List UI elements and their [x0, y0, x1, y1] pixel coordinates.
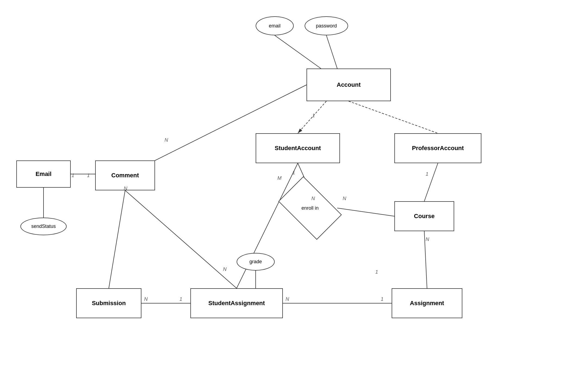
assignment-entity: Assignment: [392, 288, 462, 318]
card-n-enroll-course: N: [343, 196, 346, 202]
card-1-comment: 1: [87, 173, 90, 178]
email-entity: Email: [16, 160, 71, 188]
card-1-studentaccount-down: 1: [292, 170, 295, 176]
grade-ellipse: grade: [237, 253, 275, 271]
card-1-email: 1: [72, 173, 74, 178]
card-n-course-assignment: N: [426, 237, 429, 242]
er-diagram: Account StudentAccount ProfessorAccount …: [0, 0, 588, 384]
svg-line-1: [326, 35, 337, 69]
enroll-in-diamond: enroll in: [283, 190, 337, 226]
professor-account-entity: ProfessorAccount: [394, 133, 481, 163]
card-n-comment-submission: N: [124, 186, 127, 191]
svg-line-10: [237, 163, 298, 288]
send-status-ellipse: sendStatus: [20, 218, 67, 235]
card-n-studentassignment-right: N: [286, 296, 289, 302]
svg-line-3: [349, 101, 438, 133]
student-account-entity: StudentAccount: [256, 133, 340, 163]
card-n-comment-account: N: [165, 137, 168, 143]
card-1-prof-course: 1: [426, 171, 428, 177]
submission-entity: Submission: [76, 288, 141, 318]
card-n-submission: N: [144, 296, 148, 302]
card-1-assignment-left: 1: [381, 296, 383, 302]
card-account-student: 1: [312, 113, 315, 119]
account-entity: Account: [307, 69, 391, 101]
card-1-assignment-upper: 1: [375, 269, 378, 275]
student-assignment-entity: StudentAssignment: [190, 288, 283, 318]
card-n-student-assignment-up: N: [223, 267, 227, 272]
svg-line-7: [109, 190, 125, 288]
course-entity: Course: [394, 201, 454, 231]
svg-line-13: [424, 163, 438, 201]
svg-line-0: [275, 35, 321, 69]
card-n-enrollin-left: N: [311, 196, 315, 202]
password-attr-ellipse: password: [305, 16, 348, 35]
svg-line-8: [125, 190, 237, 288]
card-1-studentassignment-left: 1: [180, 296, 182, 302]
card-m-enroll: M: [277, 175, 281, 181]
email-attr-ellipse: email: [256, 16, 294, 35]
svg-line-11: [337, 208, 394, 216]
